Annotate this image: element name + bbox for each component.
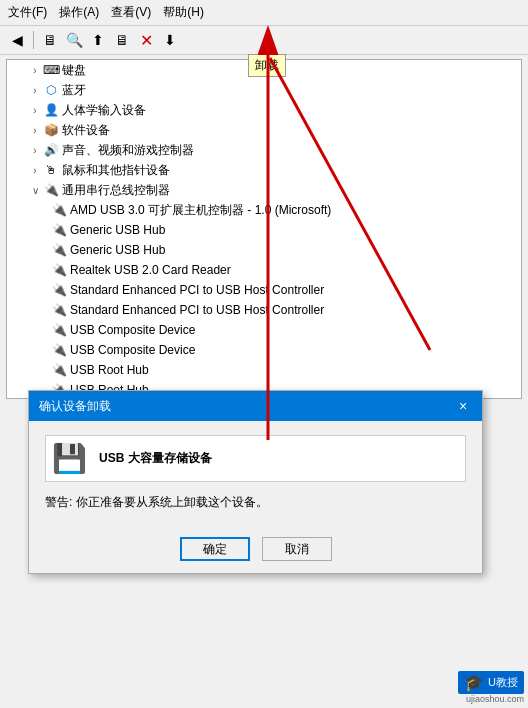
tree-label: 软件设备 xyxy=(62,122,110,139)
tree-label: Realtek USB 2.0 Card Reader xyxy=(70,263,231,277)
monitor-button[interactable]: 🖥 xyxy=(111,29,133,51)
tree-label: Generic USB Hub xyxy=(70,243,165,257)
main-window: 文件(F) 操作(A) 查看(V) 帮助(H) ◀ 🖥 🔍 ⬆ 🖥 ✕ ⬇ 卸载… xyxy=(0,0,528,708)
dialog-title: 确认设备卸载 xyxy=(39,398,111,415)
usb-icon: 🔌 xyxy=(51,242,67,258)
dialog-buttons: 确定 取消 xyxy=(29,529,482,573)
dialog-title-bar: 确认设备卸载 × xyxy=(29,391,482,421)
tree-label: Standard Enhanced PCI to USB Host Contro… xyxy=(70,303,324,317)
tree-item-root-hub-1[interactable]: 🔌 USB Root Hub xyxy=(7,360,521,380)
tree-label: 通用串行总线控制器 xyxy=(62,182,170,199)
tree-item-generic-hub-2[interactable]: 🔌 Generic USB Hub xyxy=(7,240,521,260)
menu-help[interactable]: 帮助(H) xyxy=(163,4,204,21)
cancel-button[interactable]: 取消 xyxy=(262,537,332,561)
watermark-box: 🎓 U教授 xyxy=(458,671,524,694)
expand-icon[interactable]: › xyxy=(27,125,43,136)
scan-button[interactable]: 🔍 xyxy=(63,29,85,51)
dialog-warning: 警告: 你正准备要从系统上卸载这个设备。 xyxy=(45,494,466,511)
tree-item-standard-1[interactable]: 🔌 Standard Enhanced PCI to USB Host Cont… xyxy=(7,280,521,300)
tree-label: 鼠标和其他指针设备 xyxy=(62,162,170,179)
update-button[interactable]: ⬆ xyxy=(87,29,109,51)
tree-label: USB Composite Device xyxy=(70,323,195,337)
device-tree[interactable]: › ⌨ 键盘 › ⬡ 蓝牙 › 👤 人体学输入设备 › 📦 软件设备 › 🔊 声… xyxy=(6,59,522,399)
tree-label: Generic USB Hub xyxy=(70,223,165,237)
expand-icon[interactable]: ∨ xyxy=(27,185,43,196)
dialog-device-icon: 💾 xyxy=(52,442,87,475)
menu-file[interactable]: 文件(F) xyxy=(8,4,47,21)
usb-icon: 🔌 xyxy=(51,282,67,298)
download-button[interactable]: ⬇ xyxy=(159,29,181,51)
tree-label: 声音、视频和游戏控制器 xyxy=(62,142,194,159)
mouse-icon: 🖱 xyxy=(43,162,59,178)
tree-item-software[interactable]: › 📦 软件设备 xyxy=(7,120,521,140)
watermark: 🎓 U教授 ujiaoshou.com xyxy=(458,671,524,704)
watermark-site: ujiaoshou.com xyxy=(458,694,524,704)
tree-item-hid[interactable]: › 👤 人体学输入设备 xyxy=(7,100,521,120)
ok-button[interactable]: 确定 xyxy=(180,537,250,561)
usb-icon: 🔌 xyxy=(51,202,67,218)
tree-item-usb-controller[interactable]: ∨ 🔌 通用串行总线控制器 xyxy=(7,180,521,200)
uninstall-tooltip: 卸载 xyxy=(248,54,286,77)
expand-icon[interactable]: › xyxy=(27,165,43,176)
expand-icon[interactable]: › xyxy=(27,65,43,76)
keyboard-icon: ⌨ xyxy=(43,62,59,78)
audio-icon: 🔊 xyxy=(43,142,59,158)
toolbar: ◀ 🖥 🔍 ⬆ 🖥 ✕ ⬇ 卸载 xyxy=(0,26,528,55)
tree-item-realtek[interactable]: 🔌 Realtek USB 2.0 Card Reader xyxy=(7,260,521,280)
watermark-icon: 🎓 xyxy=(464,673,484,692)
tree-label: USB Root Hub xyxy=(70,363,149,377)
menu-view[interactable]: 查看(V) xyxy=(111,4,151,21)
tree-item-composite-1[interactable]: 🔌 USB Composite Device xyxy=(7,320,521,340)
tree-label: Standard Enhanced PCI to USB Host Contro… xyxy=(70,283,324,297)
tree-label: USB Composite Device xyxy=(70,343,195,357)
usb-icon: 🔌 xyxy=(51,262,67,278)
expand-icon[interactable]: › xyxy=(27,85,43,96)
watermark-label: U教授 xyxy=(488,675,518,690)
usb-icon: 🔌 xyxy=(51,342,67,358)
tree-item-bluetooth[interactable]: › ⬡ 蓝牙 xyxy=(7,80,521,100)
tree-item-audio[interactable]: › 🔊 声音、视频和游戏控制器 xyxy=(7,140,521,160)
tree-label: 人体学输入设备 xyxy=(62,102,146,119)
usb-icon: 🔌 xyxy=(51,222,67,238)
menu-bar: 文件(F) 操作(A) 查看(V) 帮助(H) xyxy=(0,0,528,26)
tree-item-amd-usb[interactable]: 🔌 AMD USB 3.0 可扩展主机控制器 - 1.0 (Microsoft) xyxy=(7,200,521,220)
separator-1 xyxy=(33,31,34,49)
dialog-device-row: 💾 USB 大容量存储设备 xyxy=(45,435,466,482)
tree-label: AMD USB 3.0 可扩展主机控制器 - 1.0 (Microsoft) xyxy=(70,202,331,219)
dialog-body: 💾 USB 大容量存储设备 警告: 你正准备要从系统上卸载这个设备。 xyxy=(29,421,482,529)
bluetooth-icon: ⬡ xyxy=(43,82,59,98)
menu-action[interactable]: 操作(A) xyxy=(59,4,99,21)
dialog-close-button[interactable]: × xyxy=(454,397,472,415)
uninstall-button[interactable]: ✕ xyxy=(135,29,157,51)
usb-icon: 🔌 xyxy=(51,322,67,338)
usb-icon: 🔌 xyxy=(51,302,67,318)
usb-icon: 🔌 xyxy=(51,362,67,378)
software-icon: 📦 xyxy=(43,122,59,138)
tree-item-standard-2[interactable]: 🔌 Standard Enhanced PCI to USB Host Cont… xyxy=(7,300,521,320)
expand-icon[interactable]: › xyxy=(27,145,43,156)
back-button[interactable]: ◀ xyxy=(6,29,28,51)
tree-label: 蓝牙 xyxy=(62,82,86,99)
tree-item-generic-hub-1[interactable]: 🔌 Generic USB Hub xyxy=(7,220,521,240)
tree-item-composite-2[interactable]: 🔌 USB Composite Device xyxy=(7,340,521,360)
tree-label: 键盘 xyxy=(62,62,86,79)
properties-button[interactable]: 🖥 xyxy=(39,29,61,51)
hid-icon: 👤 xyxy=(43,102,59,118)
confirm-dialog: 确认设备卸载 × 💾 USB 大容量存储设备 警告: 你正准备要从系统上卸载这个… xyxy=(28,390,483,574)
tree-item-mouse[interactable]: › 🖱 鼠标和其他指针设备 xyxy=(7,160,521,180)
usb-icon: 🔌 xyxy=(43,182,59,198)
dialog-device-name: USB 大容量存储设备 xyxy=(99,450,212,467)
expand-icon[interactable]: › xyxy=(27,105,43,116)
